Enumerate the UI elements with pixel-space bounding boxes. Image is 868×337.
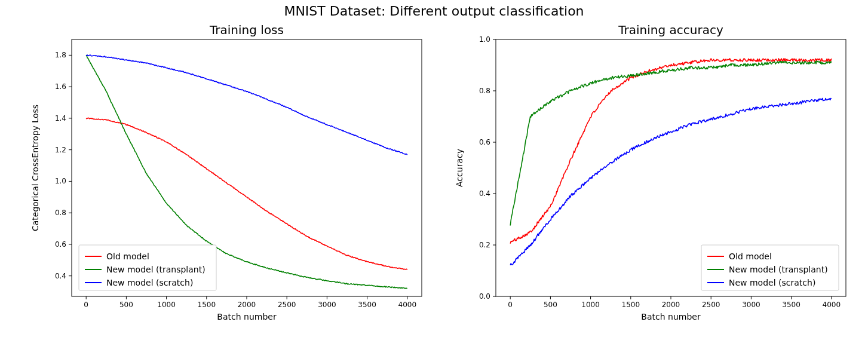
figure: MNIST Dataset: Different output classifi… bbox=[0, 0, 868, 337]
svg-text:4000: 4000 bbox=[398, 301, 417, 309]
panel-accuracy-ylabel: Accuracy bbox=[454, 39, 465, 296]
svg-text:1.2: 1.2 bbox=[55, 146, 66, 154]
panel-accuracy-plot: 050010001500200025003000350040000.00.20.… bbox=[496, 39, 846, 296]
svg-text:0: 0 bbox=[84, 301, 88, 309]
svg-text:1000: 1000 bbox=[581, 301, 600, 309]
svg-text:2000: 2000 bbox=[662, 301, 680, 309]
svg-text:0.2: 0.2 bbox=[479, 241, 490, 249]
svg-text:2500: 2500 bbox=[278, 301, 296, 309]
legend-label: Old model bbox=[106, 252, 149, 261]
svg-text:2500: 2500 bbox=[702, 301, 720, 309]
legend-label: New model (scratch) bbox=[729, 278, 815, 287]
svg-text:3500: 3500 bbox=[782, 301, 800, 309]
svg-text:3000: 3000 bbox=[742, 301, 760, 309]
panel-accuracy-title: Training accuracy bbox=[496, 23, 846, 37]
svg-text:3500: 3500 bbox=[358, 301, 376, 309]
svg-text:500: 500 bbox=[119, 301, 133, 309]
svg-text:0.8: 0.8 bbox=[55, 209, 66, 217]
svg-text:1.8: 1.8 bbox=[55, 51, 66, 59]
panel-accuracy-xlabel: Batch number bbox=[496, 312, 846, 321]
svg-text:3000: 3000 bbox=[318, 301, 336, 309]
svg-text:0: 0 bbox=[508, 301, 513, 309]
svg-text:1.4: 1.4 bbox=[55, 114, 66, 122]
svg-text:0.0: 0.0 bbox=[479, 292, 490, 301]
svg-text:1.0: 1.0 bbox=[55, 177, 66, 185]
panel-loss-title: Training loss bbox=[72, 23, 422, 37]
svg-text:1500: 1500 bbox=[622, 301, 640, 309]
legend-label: New model (transplant) bbox=[729, 265, 828, 274]
svg-text:0.6: 0.6 bbox=[479, 138, 490, 146]
svg-text:1.6: 1.6 bbox=[55, 82, 66, 91]
panel-accuracy: Training accuracy Batch number Accuracy … bbox=[496, 39, 846, 296]
svg-text:0.4: 0.4 bbox=[479, 189, 490, 198]
svg-text:1000: 1000 bbox=[157, 301, 176, 309]
svg-text:0.6: 0.6 bbox=[55, 240, 66, 249]
svg-text:0.4: 0.4 bbox=[55, 272, 66, 280]
svg-text:1500: 1500 bbox=[198, 301, 216, 309]
panel-loss-ylabel: Categorical CrossEntropy Loss bbox=[30, 39, 41, 296]
panel-loss-plot: 050010001500200025003000350040000.40.60.… bbox=[72, 39, 422, 296]
svg-text:0.8: 0.8 bbox=[479, 87, 490, 95]
panel-loss: Training loss Batch number Categorical C… bbox=[72, 39, 422, 296]
panel-loss-xlabel: Batch number bbox=[72, 312, 422, 321]
legend-label: New model (scratch) bbox=[106, 278, 193, 287]
legend: Old modelNew model (transplant)New model… bbox=[79, 245, 216, 290]
svg-text:4000: 4000 bbox=[823, 301, 841, 309]
figure-suptitle: MNIST Dataset: Different output classifi… bbox=[0, 4, 868, 19]
svg-text:2000: 2000 bbox=[238, 301, 256, 309]
legend-label: Old model bbox=[729, 252, 772, 261]
svg-text:500: 500 bbox=[544, 301, 557, 309]
legend: Old modelNew model (transplant)New model… bbox=[701, 245, 839, 290]
svg-text:1.0: 1.0 bbox=[479, 35, 490, 44]
legend-label: New model (transplant) bbox=[106, 265, 206, 274]
